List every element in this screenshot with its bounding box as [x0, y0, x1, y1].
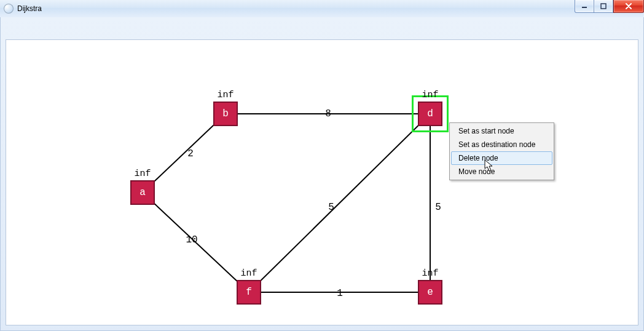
- graph-canvas-frame: 2810551infainfbinfdinfeinffSet as start …: [6, 39, 638, 325]
- window-controls: [575, 0, 644, 12]
- maximize-icon: [600, 3, 607, 9]
- close-button[interactable]: [613, 0, 644, 13]
- graph-node-e[interactable]: e: [418, 280, 442, 305]
- node-dist-f: inf: [240, 268, 257, 280]
- edge-weight-a-b: 2: [187, 148, 194, 159]
- node-dist-b: inf: [217, 90, 234, 102]
- edge-weight-b-d: 8: [325, 108, 331, 119]
- edge-f-d[interactable]: [249, 114, 430, 292]
- minimize-icon: [581, 3, 587, 9]
- svg-rect-1: [601, 4, 606, 9]
- app-icon: [4, 4, 14, 14]
- edge-weight-f-e: 1: [337, 288, 343, 299]
- graph-canvas[interactable]: 2810551infainfbinfdinfeinffSet as start …: [6, 40, 638, 325]
- node-dist-e: inf: [422, 268, 438, 280]
- svg-rect-0: [582, 7, 587, 8]
- edge-weight-a-f: 10: [186, 234, 197, 245]
- node-dist-d: inf: [422, 90, 438, 102]
- graph-node-a[interactable]: a: [130, 180, 155, 205]
- graph-node-b[interactable]: b: [213, 102, 238, 126]
- graph-node-f[interactable]: f: [237, 280, 261, 305]
- minimize-button[interactable]: [575, 0, 594, 13]
- close-icon: [625, 3, 632, 9]
- context-menu: Set as start nodeSet as destination node…: [449, 122, 554, 180]
- app-window: Dijkstra 2810551infainfbinfdinfeinffSet …: [0, 0, 644, 331]
- node-dist-a: inf: [134, 169, 151, 180]
- graph-node-d[interactable]: d: [418, 102, 442, 126]
- context-menu-item-2[interactable]: Delete node: [451, 151, 552, 165]
- title-bar[interactable]: Dijkstra: [0, 0, 644, 18]
- edge-weight-d-e: 5: [435, 202, 441, 213]
- context-menu-item-0[interactable]: Set as start node: [451, 124, 552, 138]
- edges-layer: [6, 40, 638, 325]
- context-menu-item-1[interactable]: Set as destination node: [451, 138, 552, 151]
- maximize-button[interactable]: [594, 0, 613, 13]
- window-title: Dijkstra: [17, 4, 42, 13]
- context-menu-item-3[interactable]: Move node: [451, 165, 552, 178]
- edge-weight-f-d: 5: [328, 202, 334, 213]
- window-chrome: 2810551infainfbinfdinfeinffSet as start …: [0, 17, 644, 331]
